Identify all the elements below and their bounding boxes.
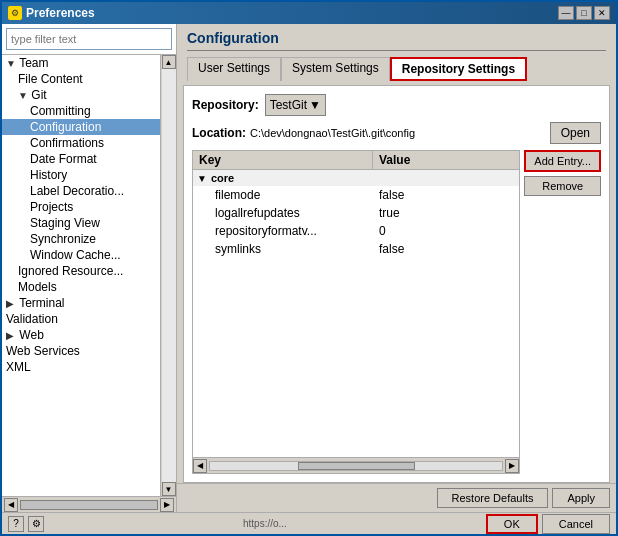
key-filemode: filemode — [193, 187, 373, 203]
sidebar-item-window-cache[interactable]: Window Cache... — [2, 247, 160, 263]
title-bar-controls: — □ ✕ — [558, 6, 610, 20]
hscroll-left-btn[interactable]: ◀ — [4, 498, 18, 512]
table-row[interactable]: repositoryformatv... 0 — [193, 222, 519, 240]
sidebar-item-configuration[interactable]: Configuration — [2, 119, 160, 135]
sidebar-item-git-label: Git — [31, 88, 46, 102]
group-core-label: core — [211, 172, 234, 184]
ok-button[interactable]: OK — [486, 514, 538, 534]
settings-icon[interactable]: ⚙ — [28, 516, 44, 532]
table-hscroll-thumb[interactable] — [298, 462, 415, 470]
sidebar-item-confirmations[interactable]: Confirmations — [2, 135, 160, 151]
add-entry-button[interactable]: Add Entry... — [524, 150, 601, 172]
remove-button[interactable]: Remove — [524, 176, 601, 196]
table-hscroll-right[interactable]: ▶ — [505, 459, 519, 473]
config-header: Configuration User Settings System Setti… — [177, 24, 616, 85]
vscroll-down-btn[interactable]: ▼ — [162, 482, 176, 496]
sidebar-item-web-services-label: Web Services — [6, 344, 80, 358]
sidebar-item-web-services[interactable]: Web Services — [2, 343, 160, 359]
sidebar-item-xml-label: XML — [6, 360, 31, 374]
table-header: Key Value — [193, 151, 519, 170]
tab-system-settings[interactable]: System Settings — [281, 57, 390, 81]
table-body: ▼ core filemode false logallrefupdates t… — [193, 170, 519, 457]
help-icon[interactable]: ? — [8, 516, 24, 532]
tab-user-settings[interactable]: User Settings — [187, 57, 281, 81]
status-right-btns: OK Cancel — [486, 514, 610, 534]
sidebar-item-projects-label: Projects — [30, 200, 73, 214]
sidebar-item-web-label: Web — [19, 328, 43, 342]
repo-value: TestGit — [270, 98, 307, 112]
expand-icon-web: ▶ — [6, 330, 16, 341]
status-left: ? ⚙ — [8, 516, 44, 532]
config-title: Configuration — [187, 30, 606, 51]
table-row[interactable]: symlinks false — [193, 240, 519, 258]
sidebar-item-git[interactable]: ▼ Git — [2, 87, 160, 103]
sidebar-item-staging-view-label: Staging View — [30, 216, 100, 230]
table-hscroll-left[interactable]: ◀ — [193, 459, 207, 473]
sidebar-item-history[interactable]: History — [2, 167, 160, 183]
left-hscroll: ◀ ▶ — [2, 496, 176, 512]
sidebar-item-ignored-resource[interactable]: Ignored Resource... — [2, 263, 160, 279]
cancel-button[interactable]: Cancel — [542, 514, 610, 534]
val-filemode: false — [373, 187, 519, 203]
title-bar-left: ⚙ Preferences — [8, 6, 95, 20]
hscroll-thumb[interactable] — [20, 500, 158, 510]
close-button[interactable]: ✕ — [594, 6, 610, 20]
right-panel: Configuration User Settings System Setti… — [177, 24, 616, 512]
sidebar-item-file-content[interactable]: File Content — [2, 71, 160, 87]
minimize-button[interactable]: — — [558, 6, 574, 20]
preferences-window: ⚙ Preferences — □ ✕ ▼ Team — [0, 0, 618, 536]
left-vscroll: ▲ ▼ — [160, 55, 176, 496]
table-hscroll-track — [209, 461, 503, 471]
sidebar-item-ignored-resource-label: Ignored Resource... — [18, 264, 123, 278]
location-value: C:\dev\dongnao\TestGit\.git\config — [250, 127, 546, 139]
sidebar-item-label-decoration[interactable]: Label Decoratio... — [2, 183, 160, 199]
col-key-header: Key — [193, 151, 373, 169]
table-area: Key Value ▼ core filemode false — [192, 150, 601, 474]
collapse-icon: ▼ — [197, 173, 207, 184]
location-label: Location: — [192, 126, 246, 140]
restore-defaults-button[interactable]: Restore Defaults — [437, 488, 549, 508]
val-symlinks: false — [373, 241, 519, 257]
sidebar-item-team[interactable]: ▼ Team — [2, 55, 160, 71]
group-core: ▼ core — [193, 170, 519, 186]
sidebar-item-models[interactable]: Models — [2, 279, 160, 295]
key-logallrefupdates: logallrefupdates — [193, 205, 373, 221]
tabs: User Settings System Settings Repository… — [187, 57, 606, 81]
apply-button[interactable]: Apply — [552, 488, 610, 508]
hscroll-right-btn[interactable]: ▶ — [160, 498, 174, 512]
sidebar-item-file-content-label: File Content — [18, 72, 83, 86]
sidebar-item-web[interactable]: ▶ Web — [2, 327, 160, 343]
status-bar: ? ⚙ https://o... OK Cancel — [2, 512, 616, 534]
table-hscroll: ◀ ▶ — [193, 457, 519, 473]
sidebar-item-projects[interactable]: Projects — [2, 199, 160, 215]
main-content: ▼ Team File Content ▼ Git Committing Con — [2, 24, 616, 512]
sidebar-item-date-format[interactable]: Date Format — [2, 151, 160, 167]
sidebar-item-validation-label: Validation — [6, 312, 58, 326]
vscroll-up-btn[interactable]: ▲ — [162, 55, 176, 69]
table-row[interactable]: filemode false — [193, 186, 519, 204]
sidebar-item-synchronize-label: Synchronize — [30, 232, 96, 246]
config-body: Repository: TestGit ▼ Location: C:\dev\d… — [183, 85, 610, 483]
left-panel: ▼ Team File Content ▼ Git Committing Con — [2, 24, 177, 512]
key-repositoryformatv: repositoryformatv... — [193, 223, 373, 239]
sidebar-item-terminal[interactable]: ▶ Terminal — [2, 295, 160, 311]
sidebar-item-committing[interactable]: Committing — [2, 103, 160, 119]
tab-repository-settings[interactable]: Repository Settings — [390, 57, 527, 81]
sidebar-item-window-cache-label: Window Cache... — [30, 248, 121, 262]
maximize-button[interactable]: □ — [576, 6, 592, 20]
chevron-down-icon: ▼ — [309, 98, 321, 112]
bottom-bar: Restore Defaults Apply — [177, 483, 616, 512]
sidebar-item-committing-label: Committing — [30, 104, 91, 118]
sidebar-item-synchronize[interactable]: Synchronize — [2, 231, 160, 247]
expand-icon-git: ▼ — [18, 90, 28, 101]
sidebar-item-xml[interactable]: XML — [2, 359, 160, 375]
repo-dropdown[interactable]: TestGit ▼ — [265, 94, 326, 116]
window-icon: ⚙ — [8, 6, 22, 20]
sidebar-item-validation[interactable]: Validation — [2, 311, 160, 327]
sidebar-item-configuration-label: Configuration — [30, 120, 101, 134]
table-row[interactable]: logallrefupdates true — [193, 204, 519, 222]
sidebar-item-models-label: Models — [18, 280, 57, 294]
sidebar-item-staging-view[interactable]: Staging View — [2, 215, 160, 231]
filter-input[interactable] — [6, 28, 172, 50]
open-button[interactable]: Open — [550, 122, 601, 144]
